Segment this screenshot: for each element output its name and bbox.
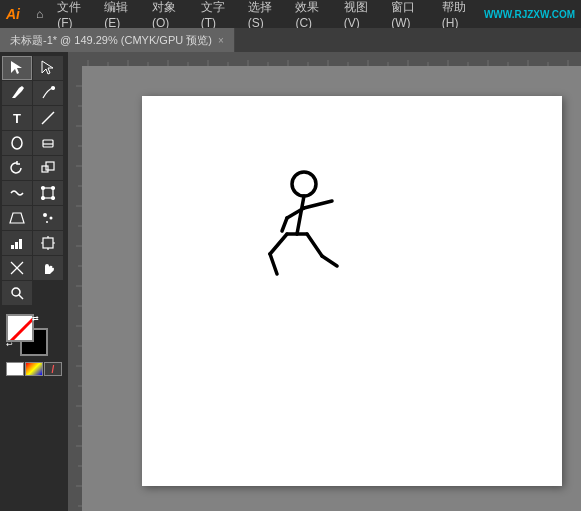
menu-edit[interactable]: 编辑(E) xyxy=(98,0,144,32)
tool-row-graph xyxy=(2,231,66,255)
horizontal-ruler xyxy=(68,52,581,66)
svg-line-83 xyxy=(304,201,332,208)
hand-tool[interactable] xyxy=(33,256,63,280)
tool-row-perspective xyxy=(2,206,66,230)
menu-file[interactable]: 文件(F) xyxy=(51,0,96,32)
none-indicator[interactable]: / xyxy=(44,362,62,376)
menu-help[interactable]: 帮助(H) xyxy=(436,0,482,32)
svg-point-4 xyxy=(12,137,22,149)
svg-point-16 xyxy=(50,217,53,220)
tool-row-type: T xyxy=(2,106,66,130)
selection-tool[interactable] xyxy=(2,56,32,80)
tool-row-zoom xyxy=(2,281,66,305)
stick-figure xyxy=(232,166,362,296)
left-toolbar: T xyxy=(0,52,68,511)
menu-bar: Ai ⌂ 文件(F) 编辑(E) 对象(O) 文字(T) 选择(S) 效果(C)… xyxy=(0,0,581,28)
svg-rect-18 xyxy=(11,245,14,249)
ellipse-tool[interactable] xyxy=(2,131,32,155)
pen-tool[interactable] xyxy=(2,81,32,105)
svg-point-12 xyxy=(42,197,45,200)
rotate-tool[interactable] xyxy=(2,156,32,180)
svg-line-82 xyxy=(297,196,304,234)
color-section: ↩ ⇄ / xyxy=(2,310,66,380)
menu-home-icon[interactable]: ⌂ xyxy=(30,5,49,23)
svg-point-2 xyxy=(52,87,55,90)
tab-bar: 未标题-1* @ 149.29% (CMYK/GPU 预览) × xyxy=(0,28,581,52)
eraser-tool[interactable] xyxy=(33,131,63,155)
app-logo: Ai xyxy=(6,6,20,22)
svg-point-28 xyxy=(12,288,20,296)
svg-rect-7 xyxy=(42,166,48,172)
svg-line-29 xyxy=(19,295,23,299)
svg-point-10 xyxy=(42,187,45,190)
graph-tool[interactable] xyxy=(2,231,32,255)
tool-row-shape xyxy=(2,131,66,155)
tool-row-selection xyxy=(2,56,66,80)
svg-point-81 xyxy=(292,172,316,196)
svg-rect-9 xyxy=(43,188,53,198)
canvas-scroll-area[interactable] xyxy=(82,66,581,511)
svg-rect-20 xyxy=(19,239,22,249)
artboard-tool[interactable] xyxy=(33,231,63,255)
tool-row-pen xyxy=(2,81,66,105)
direct-selection-tool[interactable] xyxy=(33,56,63,80)
svg-line-30 xyxy=(8,316,34,342)
swap-colors-icon[interactable]: ⇄ xyxy=(32,314,39,323)
zoom-tool[interactable] xyxy=(2,281,32,305)
svg-line-90 xyxy=(270,234,287,254)
perspective-tool[interactable] xyxy=(2,206,32,230)
svg-line-88 xyxy=(307,234,322,256)
canvas-area xyxy=(68,52,581,511)
main-area: T xyxy=(0,52,581,511)
pencil-tool[interactable] xyxy=(33,81,63,105)
vertical-ruler xyxy=(68,66,82,511)
menu-select[interactable]: 选择(S) xyxy=(242,0,288,32)
menu-object[interactable]: 对象(O) xyxy=(146,0,193,32)
tab-title: 未标题-1* @ 149.29% (CMYK/GPU 预览) xyxy=(10,33,212,48)
fill-color-indicator[interactable] xyxy=(6,362,24,376)
svg-point-17 xyxy=(46,221,48,223)
svg-rect-57 xyxy=(68,66,82,511)
type-tool[interactable]: T xyxy=(2,106,32,130)
document-tab[interactable]: 未标题-1* @ 149.29% (CMYK/GPU 预览) × xyxy=(0,28,235,52)
svg-line-3 xyxy=(42,112,54,124)
svg-line-89 xyxy=(322,256,337,266)
watermark: WWW.RJZXW.COM xyxy=(484,9,575,20)
svg-point-11 xyxy=(52,187,55,190)
warp-tool[interactable] xyxy=(2,181,32,205)
menu-effect[interactable]: 效果(C) xyxy=(289,0,335,32)
svg-rect-31 xyxy=(68,52,581,66)
tool-row-warp xyxy=(2,181,66,205)
reset-colors-icon[interactable]: ↩ xyxy=(6,340,13,349)
free-transform-tool[interactable] xyxy=(33,181,63,205)
line-tool[interactable] xyxy=(33,106,63,130)
svg-rect-19 xyxy=(15,242,18,249)
menu-text[interactable]: 文字(T) xyxy=(195,0,240,32)
svg-line-91 xyxy=(270,254,277,274)
menu-view[interactable]: 视图(V) xyxy=(338,0,384,32)
foreground-color-box[interactable] xyxy=(6,314,34,342)
scale-tool[interactable] xyxy=(33,156,63,180)
artboard xyxy=(142,96,562,486)
tool-row-slice xyxy=(2,256,66,280)
symbol-tool[interactable] xyxy=(33,206,63,230)
menu-window[interactable]: 窗口(W) xyxy=(385,0,433,32)
slice-tool[interactable] xyxy=(2,256,32,280)
gradient-indicator[interactable] xyxy=(25,362,43,376)
svg-line-85 xyxy=(282,218,287,231)
svg-marker-1 xyxy=(42,61,53,74)
svg-marker-0 xyxy=(11,61,22,74)
tab-close-button[interactable]: × xyxy=(218,35,224,46)
tool-row-transform xyxy=(2,156,66,180)
svg-marker-14 xyxy=(10,213,24,223)
svg-rect-21 xyxy=(43,238,53,248)
svg-point-15 xyxy=(43,213,47,217)
svg-point-13 xyxy=(52,197,55,200)
